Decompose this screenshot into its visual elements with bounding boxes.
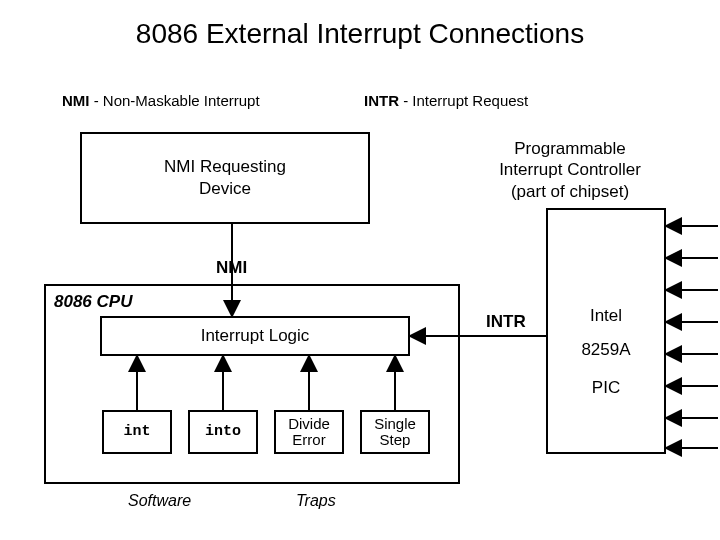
pic-abbr: PIC bbox=[548, 378, 664, 398]
nmi-requesting-device-box: NMI Requesting Device bbox=[80, 132, 370, 224]
intr-abbr: INTR bbox=[364, 92, 399, 109]
pic-part: 8259A bbox=[548, 340, 664, 360]
pic-vendor: Intel bbox=[548, 306, 664, 326]
pic-box: Intel 8259A PIC bbox=[546, 208, 666, 454]
diagram-title: 8086 External Interrupt Connections bbox=[0, 18, 720, 50]
single-l2: Step bbox=[380, 431, 411, 448]
divide-l2: Error bbox=[292, 431, 325, 448]
intr-definition: INTR - Interrupt Request bbox=[364, 92, 528, 109]
intr-sep: - bbox=[399, 92, 412, 109]
software-label: Software bbox=[128, 492, 191, 510]
nmi-device-l2: Device bbox=[199, 179, 251, 198]
intr-full: Interrupt Request bbox=[412, 92, 528, 109]
single-l1: Single bbox=[374, 415, 416, 432]
interrupt-logic-box: Interrupt Logic bbox=[100, 316, 410, 356]
nmi-sep: - bbox=[90, 92, 103, 109]
cpu-label: 8086 CPU bbox=[54, 292, 132, 312]
nmi-definition: NMI - Non-Maskable Interrupt bbox=[62, 92, 260, 109]
traps-label: Traps bbox=[296, 492, 336, 510]
pic-title-l3: (part of chipset) bbox=[511, 182, 629, 201]
divide-l1: Divide bbox=[288, 415, 330, 432]
int-box: int bbox=[102, 410, 172, 454]
cpu-box bbox=[44, 284, 460, 484]
pic-title: Programmable Interrupt Controller (part … bbox=[470, 138, 670, 202]
nmi-signal-label: NMI bbox=[216, 258, 247, 278]
intr-signal-label: INTR bbox=[486, 312, 526, 332]
pic-title-l1: Programmable bbox=[514, 139, 626, 158]
into-box: into bbox=[188, 410, 258, 454]
pic-title-l2: Interrupt Controller bbox=[499, 160, 641, 179]
single-step-box: Single Step bbox=[360, 410, 430, 454]
nmi-abbr: NMI bbox=[62, 92, 90, 109]
divide-error-box: Divide Error bbox=[274, 410, 344, 454]
nmi-device-l1: NMI Requesting bbox=[164, 157, 286, 176]
nmi-full: Non-Maskable Interrupt bbox=[103, 92, 260, 109]
